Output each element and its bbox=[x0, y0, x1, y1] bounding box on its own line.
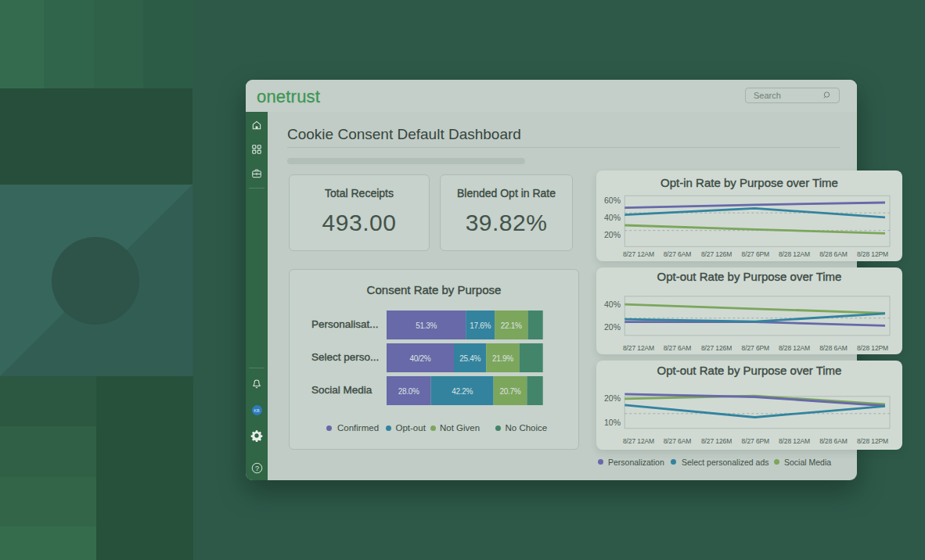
svg-text:8/28 12PM: 8/28 12PM bbox=[857, 250, 888, 258]
svg-text:51.3%: 51.3% bbox=[416, 321, 437, 330]
svg-text:40%: 40% bbox=[604, 300, 621, 309]
svg-text:8/27 12AM: 8/27 12AM bbox=[623, 344, 654, 352]
svg-text:20%: 20% bbox=[604, 322, 621, 332]
svg-text:8/27 126M: 8/27 126M bbox=[701, 250, 732, 258]
svg-text:8/28 12PM: 8/28 12PM bbox=[857, 437, 888, 445]
svg-text:8/27 6AM: 8/27 6AM bbox=[664, 344, 692, 352]
svg-text:40/2%: 40/2% bbox=[410, 354, 431, 363]
svg-text:22.1%: 22.1% bbox=[501, 321, 522, 330]
svg-text:60%: 60% bbox=[604, 196, 621, 205]
svg-text:8/28 6AM: 8/28 6AM bbox=[819, 344, 848, 352]
svg-text:8/27 6AM: 8/27 6AM bbox=[664, 250, 692, 258]
svg-text:8/28 6AM: 8/28 6AM bbox=[819, 437, 848, 445]
svg-text:10%: 10% bbox=[604, 418, 621, 427]
svg-text:8/27 12AM: 8/27 12AM bbox=[623, 250, 654, 258]
svg-text:8/27 126M: 8/27 126M bbox=[701, 344, 732, 352]
svg-text:8/27 6PM: 8/27 6PM bbox=[742, 437, 770, 445]
svg-text:20%: 20% bbox=[604, 230, 621, 239]
svg-text:8/27 6PM: 8/27 6PM bbox=[742, 250, 770, 258]
svg-text:8/27 6AM: 8/27 6AM bbox=[664, 437, 692, 445]
svg-text:8/28 12PM: 8/28 12PM bbox=[857, 344, 888, 352]
svg-text:8/27 126M: 8/27 126M bbox=[701, 437, 732, 445]
svg-text:?: ? bbox=[254, 464, 258, 472]
svg-text:21.9%: 21.9% bbox=[492, 354, 513, 363]
svg-text:28.0%: 28.0% bbox=[398, 387, 419, 396]
svg-text:25.4%: 25.4% bbox=[459, 354, 480, 363]
svg-text:40%: 40% bbox=[604, 213, 621, 222]
svg-text:8/28 12AM: 8/28 12AM bbox=[779, 250, 810, 258]
svg-text:8/28 6AM: 8/28 6AM bbox=[819, 250, 848, 258]
svg-text:17.6%: 17.6% bbox=[470, 321, 491, 330]
svg-text:20%: 20% bbox=[604, 393, 621, 403]
svg-text:8/28 12AM: 8/28 12AM bbox=[779, 344, 810, 352]
svg-text:20.7%: 20.7% bbox=[500, 387, 521, 396]
svg-text:8/27 12AM: 8/27 12AM bbox=[623, 437, 654, 445]
svg-text:8/28 12AM: 8/28 12AM bbox=[779, 437, 810, 445]
svg-text:8/27 6PM: 8/27 6PM bbox=[742, 344, 770, 352]
svg-text:42.2%: 42.2% bbox=[452, 387, 473, 396]
